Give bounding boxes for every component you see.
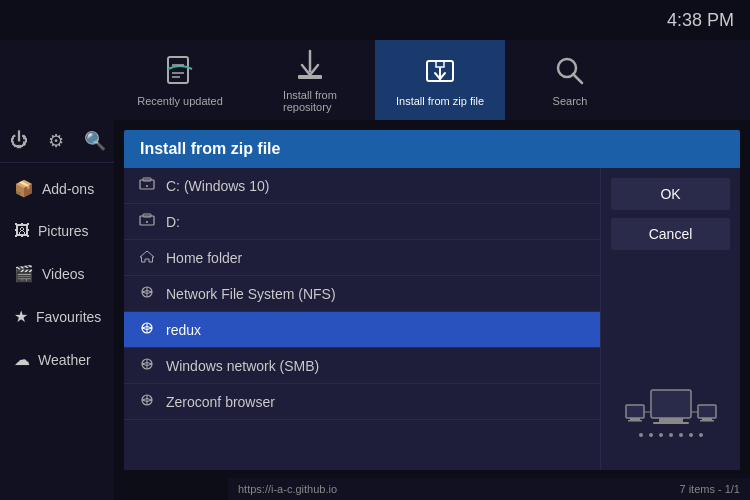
svg-point-37: [669, 433, 673, 437]
dialog-body: C: (Windows 10) D:: [124, 168, 740, 470]
recently-updated-icon: [162, 53, 198, 89]
svg-point-40: [699, 433, 703, 437]
svg-point-39: [689, 433, 693, 437]
svg-rect-26: [626, 405, 644, 418]
svg-rect-23: [651, 390, 691, 418]
sidebar: ⏻ ⚙ 🔍 📦 Add-ons 🖼 Pictures 🎬 Videos ★ Fa…: [0, 120, 114, 500]
add-ons-icon: 📦: [14, 179, 34, 198]
status-url: https://i-a-c.github.io: [238, 483, 337, 495]
sidebar-item-videos[interactable]: 🎬 Videos: [0, 252, 114, 295]
svg-rect-28: [628, 420, 642, 422]
sidebar-item-pictures-label: Pictures: [38, 223, 89, 239]
svg-point-36: [659, 433, 663, 437]
drive-icon-d: [138, 213, 156, 230]
list-item-zeroconf-label: Zeroconf browser: [166, 394, 275, 410]
sidebar-top-icons: ⏻ ⚙ 🔍: [0, 120, 114, 163]
nav-recently-updated[interactable]: Recently updated: [115, 40, 245, 120]
power-icon[interactable]: ⏻: [10, 130, 28, 152]
nfs-icon: [138, 285, 156, 302]
svg-point-38: [679, 433, 683, 437]
windows-network-icon: [138, 357, 156, 374]
weather-icon: ☁: [14, 350, 30, 369]
list-item-nfs-label: Network File System (NFS): [166, 286, 336, 302]
videos-icon: 🎬: [14, 264, 34, 283]
svg-rect-31: [700, 420, 714, 422]
list-item-c-drive-label: C: (Windows 10): [166, 178, 269, 194]
list-item-d-drive[interactable]: D:: [124, 204, 600, 240]
nav-install-repository[interactable]: Install fromrepository: [245, 40, 375, 120]
redux-icon: [138, 321, 156, 338]
list-item-home-folder-label: Home folder: [166, 250, 242, 266]
install-repository-icon: [292, 47, 328, 83]
drive-icon-c: [138, 177, 156, 194]
sidebar-item-favourites-label: Favourites: [36, 309, 101, 325]
list-item-windows-network[interactable]: Windows network (SMB): [124, 348, 600, 384]
svg-rect-0: [168, 57, 188, 83]
list-item-redux-label: redux: [166, 322, 201, 338]
svg-point-35: [649, 433, 653, 437]
sidebar-item-weather-label: Weather: [38, 352, 91, 368]
network-graphic: [621, 370, 721, 460]
sidebar-item-add-ons-label: Add-ons: [42, 181, 94, 197]
top-bar: 4:38 PM: [0, 0, 750, 40]
list-item-nfs[interactable]: Network File System (NFS): [124, 276, 600, 312]
list-item-c-drive[interactable]: C: (Windows 10): [124, 168, 600, 204]
svg-point-34: [639, 433, 643, 437]
search-icon: [552, 53, 588, 89]
sidebar-item-favourites[interactable]: ★ Favourites: [0, 295, 114, 338]
settings-icon[interactable]: ⚙: [48, 130, 64, 152]
nav-icons: Recently updated Install fromrepository …: [0, 40, 750, 120]
list-item-redux[interactable]: redux: [124, 312, 600, 348]
status-items: 7 items - 1/1: [679, 483, 740, 495]
svg-rect-4: [298, 75, 322, 79]
pictures-icon: 🖼: [14, 222, 30, 240]
svg-rect-25: [653, 422, 689, 424]
dialog-title: Install from zip file: [124, 130, 740, 168]
zeroconf-icon: [138, 393, 156, 410]
sidebar-item-add-ons[interactable]: 📦 Add-ons: [0, 167, 114, 210]
search-sidebar-icon[interactable]: 🔍: [84, 130, 106, 152]
nav-install-zip[interactable]: Install from zip file: [375, 40, 505, 120]
dialog: Install from zip file C: (Windows 10): [124, 130, 740, 470]
status-bar: https://i-a-c.github.io 7 items - 1/1: [228, 478, 750, 500]
install-zip-icon: [422, 53, 458, 89]
svg-rect-24: [659, 418, 683, 422]
nav-install-repository-label: Install fromrepository: [283, 89, 337, 113]
dialog-list: C: (Windows 10) D:: [124, 168, 600, 470]
ok-button[interactable]: OK: [611, 178, 730, 210]
cancel-button[interactable]: Cancel: [611, 218, 730, 250]
sidebar-item-weather[interactable]: ☁ Weather: [0, 338, 114, 381]
list-item-home-folder[interactable]: Home folder: [124, 240, 600, 276]
svg-line-8: [573, 74, 582, 83]
nav-search[interactable]: Search: [505, 40, 635, 120]
dialog-right-panel: OK Cancel: [600, 168, 740, 470]
list-item-zeroconf[interactable]: Zeroconf browser: [124, 384, 600, 420]
favourites-icon: ★: [14, 307, 28, 326]
clock: 4:38 PM: [667, 10, 734, 31]
main-area: Install from zip file C: (Windows 10): [114, 120, 750, 500]
home-folder-icon: [138, 249, 156, 266]
nav-search-label: Search: [553, 95, 588, 107]
svg-point-11: [146, 185, 148, 187]
sidebar-item-videos-label: Videos: [42, 266, 85, 282]
sidebar-item-pictures[interactable]: 🖼 Pictures: [0, 210, 114, 252]
nav-recently-updated-label: Recently updated: [137, 95, 223, 107]
list-item-d-drive-label: D:: [166, 214, 180, 230]
svg-rect-27: [630, 418, 640, 420]
svg-rect-30: [702, 418, 712, 420]
nav-install-zip-label: Install from zip file: [396, 95, 484, 107]
svg-point-14: [146, 221, 148, 223]
sidebar-items: 📦 Add-ons 🖼 Pictures 🎬 Videos ★ Favourit…: [0, 167, 114, 381]
svg-rect-29: [698, 405, 716, 418]
list-item-windows-network-label: Windows network (SMB): [166, 358, 319, 374]
